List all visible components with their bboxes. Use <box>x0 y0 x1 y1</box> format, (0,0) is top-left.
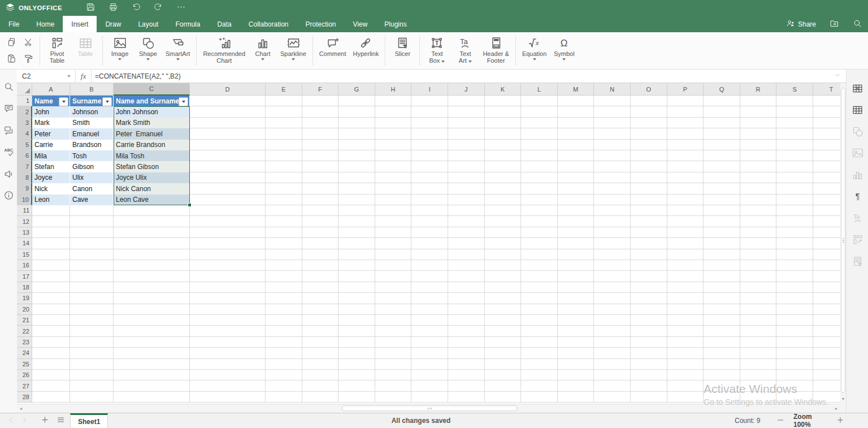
tab-home[interactable]: Home <box>28 16 63 32</box>
column-header-C[interactable]: C <box>114 83 190 96</box>
row-header-24[interactable]: 24 <box>17 348 32 358</box>
hyperlink-button[interactable]: Hyperlink <box>350 33 383 57</box>
symbol-button[interactable]: ΩSymbol <box>550 33 578 60</box>
prev-sheet-button[interactable] <box>3 413 18 428</box>
cell-B4[interactable]: Emanuel <box>70 128 114 139</box>
cell-C8[interactable]: Joyce Ulix <box>114 172 190 183</box>
zoom-level[interactable]: Zoom 100% <box>793 413 831 428</box>
row-header-3[interactable]: 3 <box>17 118 32 128</box>
cell-C5[interactable]: Carrie Brandson <box>114 140 190 150</box>
column-header-F[interactable]: F <box>302 83 339 96</box>
row-header-12[interactable]: 12 <box>17 216 32 227</box>
cell-C2[interactable]: John Johnson <box>114 106 190 117</box>
row-header-21[interactable]: 21 <box>17 315 32 326</box>
zoom-out-button[interactable] <box>773 413 788 428</box>
smartart-button[interactable]: SmartArt <box>162 33 193 60</box>
redo-button[interactable] <box>147 0 170 16</box>
row-header-26[interactable]: 26 <box>17 370 32 381</box>
text-art-button[interactable]: TaTextArt <box>451 33 479 64</box>
row-header-11[interactable]: 11 <box>17 205 32 216</box>
column-header-T[interactable]: T <box>813 83 840 96</box>
column-header-I[interactable]: I <box>411 83 448 96</box>
cell-B3[interactable]: Smith <box>70 118 114 128</box>
spellcheck-sidebar-button[interactable]: ABC <box>2 146 15 159</box>
spreadsheet-grid[interactable]: ABCDEFGHIJKLMNOPQRST12345678910111213141… <box>17 83 840 404</box>
formula-input[interactable]: =CONCATENATE(A2," ",B2) <box>92 70 829 83</box>
cell-B2[interactable]: Johnson <box>70 106 114 117</box>
insert-function-button[interactable]: fx <box>76 70 92 83</box>
cell-B6[interactable]: Tosh <box>70 150 114 161</box>
column-header-O[interactable]: O <box>631 83 667 96</box>
row-header-2[interactable]: 2 <box>17 106 32 117</box>
sparkline-button[interactable]: Sparkline <box>277 33 310 60</box>
cell-C9[interactable]: Nick Canon <box>114 183 190 194</box>
column-header-K[interactable]: K <box>485 83 522 96</box>
paste-button[interactable] <box>3 51 20 67</box>
cell-B9[interactable]: Canon <box>70 183 114 194</box>
comment-button[interactable]: Comment <box>316 33 350 57</box>
row-header-25[interactable]: 25 <box>17 359 32 370</box>
row-header-1[interactable]: 1 <box>17 96 32 106</box>
slicer-button[interactable]: Slicer <box>388 33 416 57</box>
table-header-cell-A1[interactable]: Name <box>32 96 70 106</box>
column-header-B[interactable]: B <box>70 83 114 96</box>
scroll-right-arrow[interactable]: ▸ <box>833 405 840 412</box>
scroll-down-arrow[interactable]: ▾ <box>840 395 846 403</box>
tab-view[interactable]: View <box>345 16 376 32</box>
horizontal-scrollbar[interactable]: ◂ ▸ <box>17 404 840 413</box>
copy-button[interactable] <box>3 34 20 51</box>
row-header-15[interactable]: 15 <box>17 249 32 260</box>
format-painter-button[interactable] <box>20 51 37 67</box>
cell-A10[interactable]: Leon <box>32 194 70 205</box>
row-header-14[interactable]: 14 <box>17 238 32 249</box>
info-sidebar-button[interactable] <box>2 189 15 203</box>
column-header-E[interactable]: E <box>266 83 302 96</box>
open-file-location-button[interactable] <box>830 19 839 30</box>
row-header-10[interactable]: 10 <box>17 194 32 205</box>
column-header-Q[interactable]: Q <box>704 83 740 96</box>
paragraph-settings-icon[interactable]: ¶ <box>851 190 863 202</box>
cell-name-box[interactable]: C2 <box>17 70 76 83</box>
cell-B5[interactable]: Brandson <box>70 140 114 150</box>
row-header-6[interactable]: 6 <box>17 150 32 161</box>
row-header-13[interactable]: 13 <box>17 227 32 238</box>
chat-sidebar-button[interactable] <box>2 124 15 138</box>
row-header-20[interactable]: 20 <box>17 304 32 315</box>
row-header-22[interactable]: 22 <box>17 326 32 336</box>
table-header-cell-C1[interactable]: Name and Surname <box>114 96 190 106</box>
search-sidebar-button[interactable] <box>2 81 15 94</box>
tab-protection[interactable]: Protection <box>297 16 345 32</box>
cell-A8[interactable]: Joyce <box>32 172 70 183</box>
row-header-9[interactable]: 9 <box>17 183 32 194</box>
scroll-left-arrow[interactable]: ◂ <box>18 405 24 412</box>
column-header-R[interactable]: R <box>740 83 777 96</box>
cell-C3[interactable]: Mark Smith <box>114 118 190 128</box>
zoom-in-button[interactable] <box>833 413 848 428</box>
print-button[interactable] <box>102 0 124 16</box>
row-header-17[interactable]: 17 <box>17 271 32 282</box>
column-header-H[interactable]: H <box>375 83 412 96</box>
sheet-list-button[interactable] <box>53 413 68 428</box>
cell-A3[interactable]: Mark <box>32 118 70 128</box>
more-button[interactable] <box>170 0 192 16</box>
cut-button[interactable] <box>20 34 37 51</box>
horizontal-scrollbar-thumb[interactable] <box>342 405 517 411</box>
row-header-18[interactable]: 18 <box>17 282 32 293</box>
tab-layout[interactable]: Layout <box>129 16 167 32</box>
tab-file[interactable]: File <box>0 16 28 32</box>
image-button[interactable]: Image <box>106 33 134 60</box>
feedback-sidebar-button[interactable] <box>2 168 15 181</box>
cell-B10[interactable]: Cave <box>70 194 114 205</box>
search-button[interactable] <box>853 19 862 30</box>
column-header-S[interactable]: S <box>776 83 813 96</box>
cell-A5[interactable]: Carrie <box>32 140 70 150</box>
next-sheet-button[interactable] <box>17 413 32 428</box>
share-button[interactable]: Share <box>786 19 816 29</box>
column-header-G[interactable]: G <box>338 83 375 96</box>
column-header-A[interactable]: A <box>32 83 70 96</box>
tab-insert[interactable]: Insert <box>63 16 97 32</box>
row-header-5[interactable]: 5 <box>17 140 32 150</box>
cell-A6[interactable]: Mila <box>32 150 70 161</box>
cell-C4[interactable]: Peter Emanuel <box>114 128 190 139</box>
sheet-tab-sheet1[interactable]: Sheet1 <box>70 413 108 428</box>
